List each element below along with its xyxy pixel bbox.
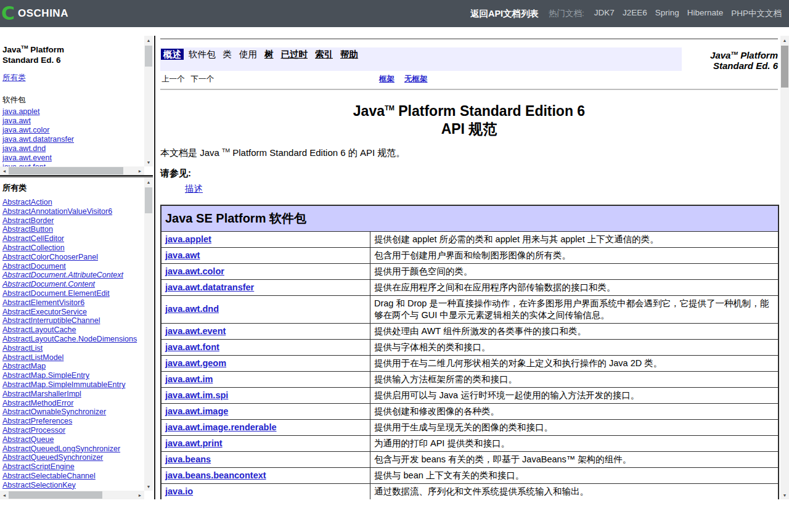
- sidebar-class-link[interactable]: AbstractScriptEngine: [2, 462, 150, 472]
- sidebar-class-link[interactable]: AbstractDocument.ElementEdit: [2, 289, 150, 298]
- all-classes-link[interactable]: 所有类: [2, 73, 26, 83]
- classes-vertical-scrollbar[interactable]: ▲ ▼: [144, 178, 153, 491]
- sidebar-class-link[interactable]: AbstractLayoutCache.NodeDimensions: [2, 335, 150, 344]
- sidebar-class-link[interactable]: AbstractQueuedLongSynchronizer: [2, 444, 150, 454]
- package-link[interactable]: java.beans.beancontext: [165, 470, 266, 480]
- scroll-up-icon[interactable]: ▲: [780, 36, 789, 44]
- sidebar-class-link[interactable]: AbstractExecutorService: [2, 308, 150, 317]
- package-link[interactable]: java.io: [165, 486, 193, 496]
- sidebar-class-link[interactable]: AbstractCollection: [2, 243, 150, 253]
- sidebar-class-link[interactable]: AbstractColorChooserPanel: [2, 253, 150, 262]
- sidebar-class-link[interactable]: AbstractAnnotationValueVisitor6: [2, 207, 150, 216]
- scroll-down-icon[interactable]: ▼: [144, 482, 153, 491]
- scroll-left-icon[interactable]: ◄: [0, 166, 9, 175]
- package-description: 提供输入方法框架所需的类和接口。: [370, 371, 779, 387]
- description-link[interactable]: 描述: [185, 183, 203, 195]
- nav-item-link[interactable]: 树: [262, 49, 276, 60]
- back-to-api-list-link[interactable]: 返回API文档列表: [470, 8, 539, 20]
- brand-name[interactable]: OSCHINA: [18, 7, 68, 20]
- package-link[interactable]: java.awt.color: [165, 266, 224, 276]
- sidebar-package-link[interactable]: java.awt: [2, 117, 150, 126]
- sidebar-class-link[interactable]: AbstractQueuedSynchronizer: [2, 453, 150, 462]
- package-link[interactable]: java.awt.image: [165, 406, 228, 416]
- scrollbar-thumb[interactable]: [9, 167, 123, 174]
- sidebar-class-link[interactable]: AbstractDocument: [2, 262, 150, 271]
- package-link[interactable]: java.awt.im: [165, 374, 213, 384]
- edition-text2: Platform: [738, 50, 778, 60]
- table-row: java.awt.color提供用于颜色空间的类。: [161, 263, 779, 279]
- sidebar-class-link[interactable]: AbstractAction: [2, 198, 150, 207]
- sidebar-class-link[interactable]: AbstractMap.SimpleImmutableEntry: [2, 380, 150, 390]
- topbar-hot-doc-link[interactable]: Spring: [655, 8, 679, 19]
- sidebar-class-link[interactable]: AbstractMethodError: [2, 399, 150, 408]
- package-link[interactable]: java.awt.im.spi: [165, 390, 228, 400]
- sidebar-class-link[interactable]: AbstractSelectionKey: [2, 481, 150, 490]
- sidebar-class-link[interactable]: AbstractDocument.Content: [2, 280, 150, 289]
- oschina-logo-icon[interactable]: C: [1, 0, 15, 27]
- sidebar-class-link[interactable]: AbstractProcessor: [2, 426, 150, 435]
- scroll-down-icon[interactable]: ▼: [780, 491, 789, 499]
- sidebar-class-link[interactable]: AbstractPreferences: [2, 417, 150, 426]
- sidebar-class-link[interactable]: AbstractBorder: [2, 216, 150, 226]
- sidebar-class-link[interactable]: AbstractInterruptibleChannel: [2, 316, 150, 325]
- sidebar-title-line2: Standard Ed. 6: [2, 55, 61, 65]
- topbar-hot-doc-link[interactable]: JDK7: [594, 8, 615, 19]
- sidebar-class-link[interactable]: AbstractSelectableChannel: [2, 472, 150, 481]
- topbar-right: 返回API文档列表 热门文档: JDK7J2EE6SpringHibernate…: [470, 8, 782, 20]
- package-link[interactable]: java.beans: [165, 454, 211, 464]
- scrollbar-thumb[interactable]: [781, 46, 788, 88]
- scroll-left-icon[interactable]: ◄: [0, 491, 9, 499]
- classes-horizontal-scrollbar[interactable]: ◄ ►: [0, 491, 144, 499]
- scroll-up-icon[interactable]: ▲: [144, 36, 153, 44]
- topbar-hot-doc-link[interactable]: PHP中文文档: [731, 8, 782, 19]
- sidebar-class-link[interactable]: AbstractElementVisitor6: [2, 298, 150, 308]
- frames-link[interactable]: 框架: [379, 74, 394, 84]
- nav-item-link[interactable]: 帮助: [338, 49, 361, 60]
- nav-item-link[interactable]: 索引: [313, 49, 335, 60]
- sidebar-class-link[interactable]: AbstractQueue: [2, 435, 150, 444]
- sidebar-class-link[interactable]: AbstractListModel: [2, 353, 150, 362]
- frame-main: 概述软件包类使用树已过时索引帮助 JavaTM Platform Standar…: [154, 36, 789, 499]
- sidebar-title-tm: TM: [21, 44, 28, 50]
- topbar-hot-doc-link[interactable]: J2EE6: [623, 8, 647, 19]
- sidebar-package-link[interactable]: java.awt.color: [2, 126, 150, 135]
- sidebar-class-link[interactable]: AbstractMap.SimpleEntry: [2, 371, 150, 380]
- sidebar-class-link[interactable]: AbstractDocument.AttributeContext: [2, 271, 150, 280]
- package-link[interactable]: java.awt.geom: [165, 358, 226, 368]
- sidebar-class-link[interactable]: AbstractCellEditor: [2, 234, 150, 243]
- sidebar-class-link[interactable]: AbstractList: [2, 344, 150, 353]
- package-link[interactable]: java.awt.dnd: [165, 304, 219, 314]
- sidebar-class-link[interactable]: AbstractMap: [2, 362, 150, 371]
- scrollbar-thumb[interactable]: [145, 46, 152, 67]
- package-link[interactable]: java.awt.font: [165, 342, 219, 352]
- scroll-right-icon[interactable]: ►: [136, 166, 144, 175]
- scroll-up-icon[interactable]: ▲: [144, 178, 153, 186]
- sidebar-package-link[interactable]: java.awt.datatransfer: [2, 135, 150, 144]
- packages-vertical-scrollbar[interactable]: ▲ ▼: [144, 36, 153, 166]
- sidebar-package-link[interactable]: java.awt.dnd: [2, 144, 150, 153]
- package-link[interactable]: java.awt.image.renderable: [165, 422, 277, 432]
- package-link[interactable]: java.awt.datatransfer: [165, 282, 254, 292]
- topbar-hot-doc-link[interactable]: Hibernate: [687, 8, 724, 19]
- prev-next: 上一个下一个: [161, 74, 220, 84]
- sidebar-class-link[interactable]: AbstractButton: [2, 225, 150, 234]
- nav-item-link[interactable]: 已过时: [279, 49, 311, 60]
- sidebar-package-link[interactable]: java.applet: [2, 107, 150, 117]
- sidebar-package-link[interactable]: java.awt.event: [2, 153, 150, 163]
- page-title-text2: Platform Standard Edition 6: [394, 103, 585, 119]
- sidebar-class-link[interactable]: AbstractOwnableSynchronizer: [2, 407, 150, 417]
- scrollbar-thumb[interactable]: [9, 491, 102, 499]
- scrollbar-thumb[interactable]: [145, 187, 152, 213]
- package-link[interactable]: java.awt.print: [165, 438, 223, 448]
- package-link[interactable]: java.applet: [165, 234, 211, 244]
- main-vertical-scrollbar[interactable]: ▲ ▼: [780, 36, 789, 499]
- scroll-right-icon[interactable]: ►: [136, 491, 144, 499]
- frameset: JavaTM Platform Standard Ed. 6 所有类 软件包 j…: [0, 36, 789, 499]
- package-link[interactable]: java.awt.event: [165, 326, 226, 336]
- scroll-down-icon[interactable]: ▼: [144, 158, 153, 166]
- sidebar-class-link[interactable]: AbstractLayoutCache: [2, 325, 150, 335]
- noframes-link[interactable]: 无框架: [404, 74, 428, 84]
- package-link[interactable]: java.awt: [165, 250, 200, 260]
- packages-horizontal-scrollbar[interactable]: ◄ ►: [0, 166, 144, 175]
- sidebar-class-link[interactable]: AbstractMarshallerImpl: [2, 390, 150, 399]
